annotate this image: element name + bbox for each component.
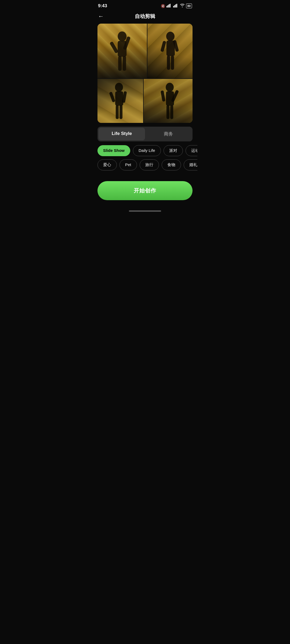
tag-sport[interactable]: 运动	[186, 145, 197, 156]
svg-point-14	[166, 32, 174, 41]
start-button-container: 开始创作	[93, 174, 197, 208]
svg-rect-0	[166, 6, 167, 8]
svg-rect-25	[119, 105, 122, 119]
svg-rect-30	[166, 105, 169, 119]
header: ← 自动剪辑	[93, 10, 197, 24]
tags-section: Slide Show Daily Life 派对 运动 爱心 Pet 旅行 食物…	[93, 141, 197, 170]
signal-icon	[166, 4, 172, 8]
back-button[interactable]: ←	[98, 13, 104, 20]
svg-rect-10	[110, 41, 119, 54]
photo-cell-top-left	[97, 24, 147, 78]
svg-rect-22	[109, 92, 115, 103]
silhouette-tl	[97, 24, 147, 78]
svg-rect-16	[160, 41, 166, 52]
tag-dailylife[interactable]: Daily Life	[133, 145, 161, 156]
mute-icon: 🔇	[161, 4, 165, 8]
tag-travel[interactable]: 旅行	[140, 159, 159, 170]
collage-top-row	[97, 24, 193, 78]
category-tabs: Life Style 商务	[97, 127, 193, 141]
tags-row-1: Slide Show Daily Life 派对 运动	[97, 145, 193, 156]
svg-rect-1	[168, 5, 168, 8]
signal2-icon	[173, 4, 179, 8]
silhouette-tr	[147, 24, 193, 78]
svg-rect-12	[118, 56, 122, 71]
tab-business[interactable]: 商务	[145, 128, 191, 140]
svg-rect-19	[171, 56, 174, 70]
tab-lifestyle[interactable]: Life Style	[99, 128, 145, 140]
svg-point-26	[166, 83, 174, 92]
svg-rect-21	[115, 91, 123, 106]
tag-food[interactable]: 食物	[162, 159, 181, 170]
svg-rect-2	[169, 4, 169, 8]
collage-bottom-row	[97, 79, 193, 123]
svg-rect-4	[173, 6, 174, 8]
tag-love[interactable]: 爱心	[97, 159, 117, 170]
battery-indicator: 80	[186, 3, 192, 8]
status-icons: 🔇 80	[161, 3, 192, 8]
svg-rect-7	[176, 4, 177, 8]
svg-rect-18	[167, 56, 170, 70]
photo-collage	[97, 24, 193, 123]
svg-point-20	[115, 83, 123, 92]
tag-pet[interactable]: Pet	[119, 159, 137, 170]
svg-rect-6	[175, 4, 176, 8]
page-title: 自动剪辑	[135, 13, 155, 20]
tags-row-2: 爱心 Pet 旅行 食物 婚礼 生日	[97, 159, 193, 170]
photo-cell-bottom-right	[144, 79, 193, 123]
svg-rect-13	[123, 56, 126, 71]
svg-rect-5	[174, 5, 175, 8]
photo-cell-bottom-left	[97, 79, 143, 123]
home-bar	[129, 210, 161, 212]
tag-wedding[interactable]: 婚礼	[184, 159, 197, 170]
tag-slideshow[interactable]: Slide Show	[97, 145, 130, 156]
svg-rect-3	[170, 4, 171, 8]
svg-rect-28	[160, 90, 165, 102]
start-create-button[interactable]: 开始创作	[97, 181, 193, 200]
svg-rect-24	[116, 105, 119, 119]
status-bar: 9:43 🔇 80	[93, 0, 197, 10]
photo-cell-top-right	[147, 24, 193, 78]
svg-point-8	[118, 32, 127, 42]
silhouette-bl	[97, 79, 143, 123]
status-time: 9:43	[98, 3, 107, 9]
wifi-icon	[180, 4, 185, 8]
svg-rect-31	[170, 105, 173, 119]
home-indicator	[93, 208, 197, 213]
silhouette-br	[144, 79, 193, 123]
tag-party[interactable]: 派对	[164, 145, 183, 156]
